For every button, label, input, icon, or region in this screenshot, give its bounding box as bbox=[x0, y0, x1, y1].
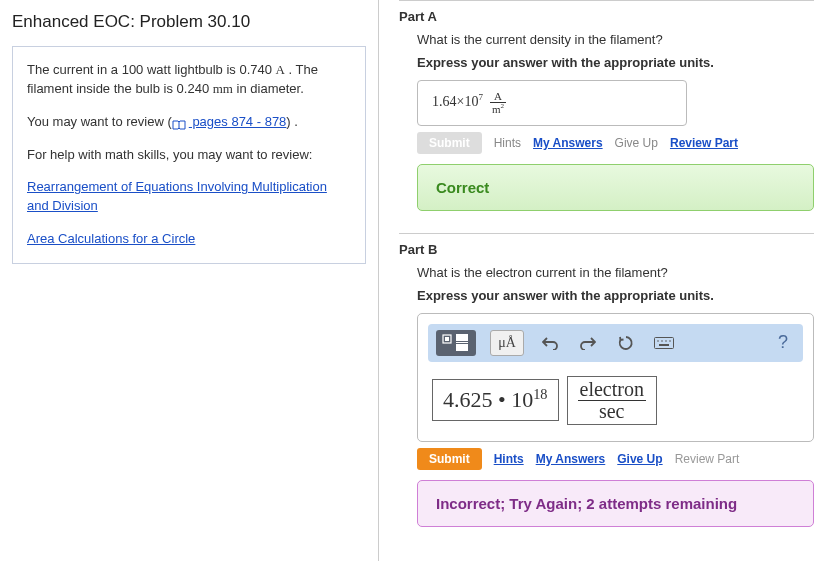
left-panel: Enhanced EOC: Problem 30.10 The current … bbox=[0, 0, 378, 561]
problem-statement-box: The current in a 100 watt lightbulb is 0… bbox=[12, 46, 366, 264]
hints-link[interactable]: Hints bbox=[494, 452, 524, 466]
redo-icon[interactable] bbox=[576, 331, 600, 355]
submit-button[interactable]: Submit bbox=[417, 132, 482, 154]
part-a-question: What is the current density in the filam… bbox=[417, 32, 814, 47]
help-link-2[interactable]: Area Calculations for a Circle bbox=[27, 231, 195, 246]
svg-point-8 bbox=[661, 340, 663, 342]
undo-icon[interactable] bbox=[538, 331, 562, 355]
help-link-1[interactable]: Rearrangement of Equations Involving Mul… bbox=[27, 179, 327, 213]
help-icon[interactable]: ? bbox=[771, 331, 795, 355]
svg-point-7 bbox=[657, 340, 659, 342]
entry-row: 4.625 • 1018 electron sec bbox=[428, 376, 803, 431]
part-a-label: Part A bbox=[399, 9, 814, 24]
part-a-feedback: Correct bbox=[417, 164, 814, 211]
problem-text-3: For help with math skills, you may want … bbox=[27, 146, 351, 165]
part-b-feedback: Incorrect; Try Again; 2 attempts remaini… bbox=[417, 480, 814, 527]
part-a: Part A What is the current density in th… bbox=[399, 0, 814, 211]
template-icon[interactable] bbox=[436, 330, 476, 356]
keyboard-icon[interactable] bbox=[652, 331, 676, 355]
submit-button[interactable]: Submit bbox=[417, 448, 482, 470]
my-answers-link[interactable]: My Answers bbox=[536, 452, 606, 466]
part-a-answer-display: 1.64×107 Am2 bbox=[417, 80, 687, 126]
problem-title: Enhanced EOC: Problem 30.10 bbox=[12, 12, 366, 32]
book-icon bbox=[172, 117, 186, 127]
answer-value-input[interactable]: 4.625 • 1018 bbox=[432, 379, 559, 420]
give-up-link[interactable]: Give Up bbox=[615, 136, 658, 150]
svg-point-10 bbox=[669, 340, 671, 342]
svg-rect-4 bbox=[456, 344, 468, 351]
svg-point-9 bbox=[665, 340, 667, 342]
part-b-entry-panel: μÅ ? 4.625 • 1018 electron bbox=[417, 313, 814, 442]
part-b-instruction: Express your answer with the appropriate… bbox=[417, 288, 814, 303]
right-panel: Part A What is the current density in th… bbox=[378, 0, 834, 561]
entry-toolbar: μÅ ? bbox=[428, 324, 803, 362]
part-b-label: Part B bbox=[399, 242, 814, 257]
problem-text-2: You may want to review ( pages 874 - 878… bbox=[27, 113, 351, 132]
my-answers-link[interactable]: My Answers bbox=[533, 136, 603, 150]
part-a-actions: Submit Hints My Answers Give Up Review P… bbox=[417, 132, 814, 154]
problem-text-1: The current in a 100 watt lightbulb is 0… bbox=[27, 61, 351, 99]
review-part-link: Review Part bbox=[675, 452, 740, 466]
part-a-instruction: Express your answer with the appropriate… bbox=[417, 55, 814, 70]
give-up-link[interactable]: Give Up bbox=[617, 452, 662, 466]
svg-rect-3 bbox=[456, 334, 468, 341]
pages-link[interactable]: pages 874 - 878 bbox=[189, 114, 287, 129]
review-part-link[interactable]: Review Part bbox=[670, 136, 738, 150]
greek-units-button[interactable]: μÅ bbox=[490, 330, 524, 356]
reset-icon[interactable] bbox=[614, 331, 638, 355]
part-b-actions: Submit Hints My Answers Give Up Review P… bbox=[417, 448, 814, 470]
part-b-question: What is the electron current in the fila… bbox=[417, 265, 814, 280]
svg-rect-2 bbox=[445, 337, 449, 341]
answer-unit-input[interactable]: electron sec bbox=[567, 376, 657, 425]
svg-rect-11 bbox=[659, 344, 669, 346]
part-b: Part B What is the electron current in t… bbox=[399, 233, 814, 527]
svg-rect-6 bbox=[655, 337, 674, 348]
hints-link[interactable]: Hints bbox=[494, 136, 521, 150]
